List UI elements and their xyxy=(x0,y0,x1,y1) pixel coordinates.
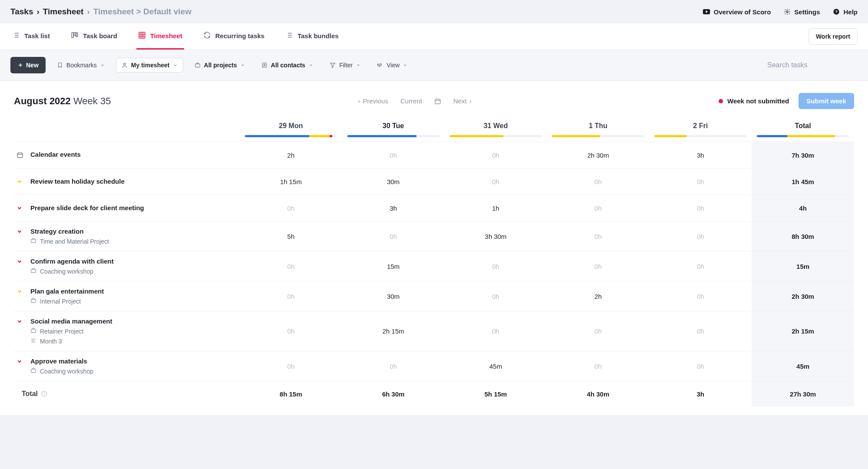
table-row[interactable]: Social media managementRetainer ProjectM… xyxy=(14,311,854,351)
calendar-picker-button[interactable] xyxy=(434,98,441,105)
breadcrumb-view[interactable]: Timesheet > Default view xyxy=(93,7,191,17)
time-cell[interactable]: 0h xyxy=(342,152,445,159)
bookmarks-filter[interactable]: Bookmarks xyxy=(52,58,110,72)
tab-task-list[interactable]: Task list xyxy=(10,23,52,50)
svg-text:?: ? xyxy=(835,10,838,14)
briefcase-icon xyxy=(30,297,36,305)
chevron-down-icon xyxy=(403,63,407,67)
new-button[interactable]: ＋ New xyxy=(10,57,46,73)
svg-point-53 xyxy=(44,393,45,393)
search-input[interactable] xyxy=(762,57,858,73)
time-cell[interactable]: 2h 15m xyxy=(342,327,445,335)
time-cell[interactable]: 0h xyxy=(547,327,649,335)
time-cell[interactable]: 0h xyxy=(445,327,547,335)
time-cell[interactable]: 0h xyxy=(445,293,547,300)
time-cell[interactable]: 1h 15m xyxy=(240,178,342,185)
bookmark-icon xyxy=(57,62,63,69)
time-cell[interactable]: 0h xyxy=(547,363,649,370)
time-cell[interactable]: 0h xyxy=(240,205,342,212)
table-row[interactable]: Approve materialsCoaching workshop0h0h45… xyxy=(14,351,854,381)
time-cell[interactable]: 0h xyxy=(547,178,649,185)
time-cell[interactable]: 2h 30m xyxy=(547,152,649,159)
time-cell[interactable]: 0h xyxy=(547,263,649,270)
contacts-filter[interactable]: All contacts xyxy=(256,58,318,72)
time-cell[interactable]: 3h 30m xyxy=(445,233,547,240)
time-cell[interactable]: 3h xyxy=(342,205,445,212)
time-cell[interactable]: 0h xyxy=(240,327,342,335)
briefcase-icon xyxy=(30,238,36,245)
row-subtitle: Coaching workshop xyxy=(30,268,114,275)
table-row[interactable]: Calendar events2h0h0h2h 30m3h7h 30m xyxy=(14,142,854,168)
progress-cell xyxy=(445,135,547,137)
time-cell[interactable]: 0h xyxy=(649,263,752,270)
time-cell[interactable]: 0h xyxy=(240,293,342,300)
time-cell[interactable]: 0h xyxy=(240,363,342,370)
time-cell[interactable]: 0h xyxy=(649,233,752,240)
period-title: August 2022 Week 35 xyxy=(14,96,111,107)
time-cell[interactable]: 0h xyxy=(445,152,547,159)
view-filter[interactable]: View xyxy=(372,58,413,72)
time-cell[interactable]: 0h xyxy=(649,327,752,335)
settings-link[interactable]: Settings xyxy=(784,8,820,16)
current-week-button[interactable]: Current xyxy=(400,97,422,105)
week-status: Week not submitted xyxy=(719,97,789,105)
time-cell[interactable]: 0h xyxy=(342,363,445,370)
time-cell[interactable]: 0h xyxy=(649,205,752,212)
breadcrumb-root[interactable]: Tasks xyxy=(10,7,33,17)
time-cell[interactable]: 2h xyxy=(547,293,649,300)
svg-rect-46 xyxy=(31,329,36,333)
submit-week-button[interactable]: Submit week xyxy=(799,93,854,109)
time-cell[interactable]: 0h xyxy=(240,263,342,270)
progress-cell xyxy=(342,135,445,137)
time-cell[interactable]: 45m xyxy=(445,363,547,370)
lines-icon xyxy=(30,337,36,345)
time-cell[interactable]: 0h xyxy=(649,178,752,185)
tab-task-board[interactable]: Task board xyxy=(69,23,119,50)
progress-cell xyxy=(649,135,752,137)
row-subtitle: Retainer Project xyxy=(30,327,112,335)
table-row[interactable]: Prepare slide deck for client meeting0h3… xyxy=(14,195,854,221)
filter-button[interactable]: Filter xyxy=(324,58,366,72)
row-title: Plan gala entertainment xyxy=(30,287,104,295)
chevron-right-icon: › xyxy=(36,7,39,17)
time-cell[interactable]: 0h xyxy=(445,263,547,270)
time-cell[interactable]: 0h xyxy=(649,363,752,370)
svg-rect-44 xyxy=(31,269,36,273)
expand-icon-red xyxy=(17,358,24,366)
tab-bundles[interactable]: Task bundles xyxy=(284,23,340,50)
table-row[interactable]: Review team holiday schedule1h 15m30m0h0… xyxy=(14,168,854,195)
tab-timesheet[interactable]: Timesheet xyxy=(136,23,184,50)
table-row[interactable]: Confirm agenda with clientCoaching works… xyxy=(14,251,854,281)
table-row[interactable]: Plan gala entertainmentInternal Project0… xyxy=(14,281,854,311)
my-timesheet-filter[interactable]: My timesheet xyxy=(116,58,183,73)
time-cell[interactable]: 2h xyxy=(240,152,342,159)
time-cell[interactable]: 5h xyxy=(240,233,342,240)
time-cell[interactable]: 0h xyxy=(649,293,752,300)
time-cell[interactable]: 0h xyxy=(547,205,649,212)
refresh-icon xyxy=(203,31,211,40)
time-cell[interactable]: 15m xyxy=(342,263,445,270)
column-header: 30 Tue xyxy=(342,119,445,132)
progress-cell xyxy=(547,135,649,137)
list-icon xyxy=(12,31,20,40)
table-row[interactable]: Strategy creationTime and Material Proje… xyxy=(14,221,854,251)
chevron-right-icon: › xyxy=(469,97,472,105)
overview-link[interactable]: Overview of Scoro xyxy=(703,8,771,16)
filter-icon xyxy=(330,62,336,68)
previous-week-button[interactable]: ‹ Previous xyxy=(358,97,388,105)
work-report-button[interactable]: Work report xyxy=(809,28,858,45)
time-cell[interactable]: 30m xyxy=(342,178,445,185)
help-link[interactable]: ? Help xyxy=(833,8,858,16)
tab-recurring[interactable]: Recurring tasks xyxy=(201,23,266,50)
breadcrumb-section[interactable]: Timesheet xyxy=(43,7,84,17)
next-week-button[interactable]: Next › xyxy=(453,97,472,105)
time-cell[interactable]: 1h xyxy=(445,205,547,212)
projects-filter[interactable]: All projects xyxy=(189,58,250,72)
time-cell[interactable]: 0h xyxy=(547,233,649,240)
time-cell[interactable]: 0h xyxy=(445,178,547,185)
expand-icon-red xyxy=(17,205,24,212)
time-cell[interactable]: 30m xyxy=(342,293,445,300)
time-cell[interactable]: 0h xyxy=(342,233,445,240)
time-cell[interactable]: 3h xyxy=(649,152,752,159)
breadcrumb: Tasks › Timesheet › Timesheet > Default … xyxy=(10,7,191,17)
